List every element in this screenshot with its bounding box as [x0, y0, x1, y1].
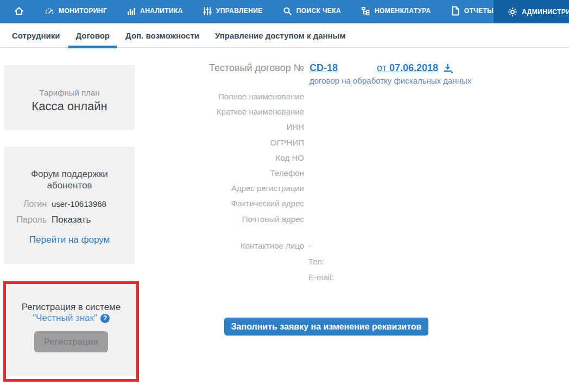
- nav-item-management[interactable]: УПРАВЛЕНИЕ: [203, 0, 263, 22]
- home-button[interactable]: [14, 0, 24, 22]
- forum-login-row: Логин user-10613968: [4, 199, 135, 209]
- gear-icon: [508, 7, 517, 17]
- home-icon: [14, 5, 24, 16]
- field-label-ogrnip: ОГРНИП: [135, 135, 304, 150]
- nav-item-label: АНАЛИТИКА: [140, 7, 183, 15]
- go-to-forum-link[interactable]: Перейти на форум: [29, 235, 110, 245]
- registration-panel: Регистрация в системе "Честный знак" ? Р…: [8, 286, 135, 376]
- honest-sign-link[interactable]: "Честный знак": [33, 313, 97, 324]
- field-label-full-name: Полное наименование: [135, 89, 304, 104]
- nav-item-administration[interactable]: АДМИНИСТРИРОВАНИЕ: [494, 0, 569, 23]
- login-value: user-10613968: [52, 199, 135, 208]
- contact-person-value: -: [308, 238, 311, 254]
- nav-item-label: УПРАВЛЕНИЕ: [216, 7, 263, 15]
- tariff-caption: Тарифный план: [4, 88, 135, 97]
- tab-label: Сотрудники: [12, 31, 60, 40]
- nav-item-analytics[interactable]: АНАЛИТИКА: [127, 0, 183, 22]
- contract-header: Тестовый договор № CD-18 от 07.06.2018: [209, 62, 453, 74]
- login-label: Логин: [4, 199, 47, 209]
- download-icon: [442, 63, 453, 74]
- forum-panel: Форум поддержки абонентов Логин user-106…: [4, 147, 135, 264]
- contact-email-label: E-mail:: [308, 269, 334, 285]
- contract-title: Тестовый договор №: [209, 62, 304, 74]
- sliders-icon: [203, 7, 212, 16]
- contract-from-label: от: [377, 62, 389, 73]
- contract-date-link[interactable]: от 07.06.2018: [377, 62, 438, 74]
- download-contract-button[interactable]: [442, 63, 453, 74]
- field-label-actual-address: Фактический адрес: [135, 196, 304, 211]
- nav-item-receipt-search[interactable]: ПОИСК ЧЕКА: [283, 0, 341, 22]
- document-icon: [451, 6, 460, 16]
- page: МОНИТОРИНГ АНАЛИТИКА УПРАВЛЕНИЕ: [0, 0, 569, 392]
- gauge-icon: [45, 7, 54, 15]
- field-label-tax-code: Код НО: [135, 150, 304, 166]
- tab-employees[interactable]: Сотрудники: [12, 23, 60, 47]
- tab-label: Доп. возможности: [125, 31, 199, 40]
- contract-subtitle: договор на обработку фискальных данных: [309, 76, 471, 85]
- registration-title: Регистрация в системе: [8, 302, 135, 313]
- forum-title: Форум поддержки абонентов: [15, 168, 124, 191]
- contact-phone-label: Тел:: [308, 254, 324, 269]
- nav-item-label: ПОИСК ЧЕКА: [296, 7, 341, 15]
- tariff-panel: Тарифный план Касса онлайн: [4, 65, 135, 130]
- tab-contract[interactable]: Договор: [75, 23, 110, 47]
- tab-data-access[interactable]: Управление доступом к данным: [215, 23, 346, 47]
- password-label: Пароль: [4, 215, 47, 225]
- nav-item-label: МОНИТОРИНГ: [59, 7, 107, 15]
- nav-item-label: ОТЧЕТЫ: [464, 7, 494, 15]
- forum-password-row: Пароль Показать: [4, 214, 135, 225]
- hierarchy-icon: [361, 7, 370, 16]
- field-label-phone: Телефон: [135, 166, 304, 181]
- nav-item-label: НОМЕНКЛАТУРА: [375, 7, 431, 15]
- tab-bar: Сотрудники Договор Доп. возможности Упра…: [0, 23, 569, 48]
- nav-item-reports[interactable]: ОТЧЕТЫ: [451, 0, 494, 22]
- bar-chart-icon: [127, 7, 136, 15]
- search-icon: [283, 7, 292, 16]
- change-requisites-button[interactable]: Заполнить заявку на изменение реквизитов: [224, 318, 428, 336]
- field-label-short-name: Краткое наименование: [135, 104, 304, 119]
- top-nav: МОНИТОРИНГ АНАЛИТИКА УПРАВЛЕНИЕ: [0, 0, 569, 23]
- contract-fields: Полное наименование Краткое наименование…: [135, 89, 304, 227]
- field-label-reg-address: Адрес регистрации: [135, 181, 304, 196]
- tariff-value: Касса онлайн: [4, 99, 135, 113]
- tab-extras[interactable]: Доп. возможности: [125, 23, 199, 47]
- field-label-postal-address: Почтовый адрес: [135, 212, 304, 227]
- registration-system-row: "Честный знак" ?: [8, 313, 135, 324]
- tab-label: Договор: [75, 31, 110, 40]
- contact-person-label: Контактное лицо: [135, 238, 304, 254]
- nav-item-monitoring[interactable]: МОНИТОРИНГ: [45, 0, 107, 22]
- registration-button[interactable]: Регистрация: [34, 331, 108, 352]
- nav-item-nomenclature[interactable]: НОМЕНКЛАТУРА: [361, 0, 431, 22]
- nav-item-label: АДМИНИСТРИРОВАНИЕ: [522, 8, 569, 16]
- help-icon[interactable]: ?: [100, 314, 110, 323]
- contract-number-link[interactable]: CD-18: [309, 62, 338, 74]
- red-annotation-box: Регистрация в системе "Честный знак" ? Р…: [3, 281, 139, 382]
- show-password-link[interactable]: Показать: [52, 214, 135, 225]
- contract-date: 07.06.2018: [389, 62, 438, 73]
- tab-label: Управление доступом к данным: [215, 31, 346, 40]
- field-label-inn: ИНН: [135, 119, 304, 135]
